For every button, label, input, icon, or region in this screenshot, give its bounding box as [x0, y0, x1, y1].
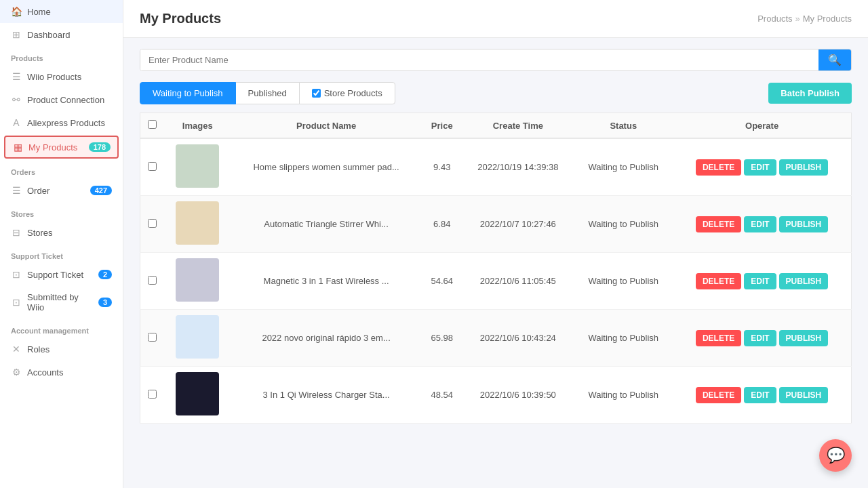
edit-button[interactable]: EDIT — [744, 216, 776, 232]
row-image-cell — [164, 138, 231, 196]
edit-button[interactable]: EDIT — [744, 273, 776, 289]
orders-section-label: Orders — [0, 160, 123, 179]
search-icon: 🔍 — [828, 54, 842, 66]
edit-button[interactable]: EDIT — [744, 387, 776, 403]
row-create-time: 2022/10/6 10:43:24 — [462, 310, 574, 367]
row-image-cell — [164, 196, 231, 253]
main-body: 🔍 Waiting to Publish Published Store Pro… — [123, 38, 868, 488]
col-status: Status — [574, 113, 673, 139]
table-row: 3 In 1 Qi Wireless Charger Sta...48.5420… — [140, 367, 852, 424]
sidebar-item-support-ticket[interactable]: ⊡ Support Ticket 2 — [0, 263, 123, 286]
row-create-time: 2022/10/6 11:05:45 — [462, 253, 574, 310]
chat-icon: 💬 — [827, 447, 845, 464]
row-checkbox-cell — [140, 310, 165, 367]
product-image — [176, 258, 219, 302]
row-checkbox[interactable] — [148, 276, 157, 285]
sidebar: 🏠 Home ⊞ Dashboard Products ☰ Wiio Produ… — [0, 0, 123, 488]
publish-button[interactable]: PUBLISH — [779, 387, 829, 403]
store-products-label: Store Products — [324, 88, 382, 98]
sidebar-item-wiio-products[interactable]: ☰ Wiio Products — [0, 65, 123, 88]
sidebar-item-my-products[interactable]: ▦ My Products 178 — [4, 136, 119, 159]
publish-button[interactable]: PUBLISH — [779, 330, 829, 346]
sidebar-item-order[interactable]: ☰ Order 427 — [0, 179, 123, 202]
row-status: Waiting to Publish — [574, 138, 673, 196]
col-images: Images — [164, 113, 231, 139]
sidebar-dashboard-label: Dashboard — [27, 30, 71, 40]
sidebar-product-connection-label: Product Connection — [27, 95, 104, 105]
row-status: Waiting to Publish — [574, 367, 673, 424]
edit-button[interactable]: EDIT — [744, 330, 776, 346]
delete-button[interactable]: DELETE — [696, 216, 741, 232]
row-checkbox-cell — [140, 138, 165, 196]
sidebar-item-accounts[interactable]: ⚙ Accounts — [0, 361, 123, 384]
my-products-icon: ▦ — [12, 142, 23, 152]
sidebar-support-ticket-label: Support Ticket — [27, 270, 83, 280]
sidebar-order-label: Order — [27, 186, 50, 196]
roles-icon: ✕ — [11, 344, 22, 354]
row-operate-cell: DELETEEDITPUBLISH — [673, 310, 851, 367]
col-price: Price — [422, 113, 462, 139]
delete-button[interactable]: DELETE — [696, 273, 741, 289]
dashboard-icon: ⊞ — [11, 29, 22, 40]
stores-section-label: Stores — [0, 202, 123, 221]
product-image — [176, 372, 219, 415]
row-create-time: 2022/10/6 10:39:50 — [462, 367, 574, 424]
sidebar-item-dashboard[interactable]: ⊞ Dashboard — [0, 23, 123, 46]
page-title: My Products — [140, 11, 221, 26]
row-price: 65.98 — [422, 310, 462, 367]
tab-store-products[interactable]: Store Products — [299, 82, 395, 104]
aliexpress-icon: A — [11, 117, 22, 128]
row-product-name: 2022 novo original rápido 3 em... — [231, 310, 422, 367]
product-connection-icon: ⚯ — [11, 94, 22, 105]
row-checkbox-cell — [140, 367, 165, 424]
delete-button[interactable]: DELETE — [696, 159, 741, 176]
delete-button[interactable]: DELETE — [696, 330, 741, 346]
main-content: My Products Products » My Products 🔍 Wai… — [123, 0, 868, 488]
row-checkbox[interactable] — [148, 390, 157, 399]
row-operate-cell: DELETEEDITPUBLISH — [673, 138, 851, 196]
sidebar-item-roles[interactable]: ✕ Roles — [0, 338, 123, 361]
batch-publish-button[interactable]: Batch Publish — [768, 83, 852, 104]
row-checkbox-cell — [140, 253, 165, 310]
row-checkbox[interactable] — [148, 162, 157, 171]
sidebar-item-product-connection[interactable]: ⚯ Product Connection — [0, 88, 123, 111]
sidebar-stores-label: Stores — [27, 228, 53, 238]
row-price: 54.64 — [422, 253, 462, 310]
row-price: 9.43 — [422, 138, 462, 196]
sidebar-aliexpress-label: Aliexpress Products — [27, 118, 105, 128]
sidebar-item-submitted[interactable]: ⊡ Submitted by Wiio 3 — [0, 286, 123, 319]
search-button[interactable]: 🔍 — [818, 49, 851, 70]
page-header: My Products Products » My Products — [123, 0, 868, 38]
publish-button[interactable]: PUBLISH — [779, 159, 829, 176]
breadcrumb-current: My Products — [803, 14, 852, 24]
row-image-cell — [164, 367, 231, 424]
row-product-name: Magnetic 3 in 1 Fast Wireless ... — [231, 253, 422, 310]
store-products-checkbox[interactable] — [312, 89, 321, 98]
sidebar-roles-label: Roles — [27, 344, 50, 354]
edit-button[interactable]: EDIT — [744, 159, 776, 176]
submitted-icon: ⊡ — [11, 297, 22, 308]
row-checkbox[interactable] — [148, 333, 157, 342]
delete-button[interactable]: DELETE — [696, 387, 741, 403]
tab-published[interactable]: Published — [235, 82, 300, 104]
select-all-checkbox[interactable] — [148, 120, 157, 129]
row-checkbox[interactable] — [148, 219, 157, 228]
sidebar-item-stores[interactable]: ⊟ Stores — [0, 221, 123, 244]
tab-waiting-publish[interactable]: Waiting to Publish — [140, 82, 236, 104]
products-section-label: Products — [0, 46, 123, 65]
sidebar-item-aliexpress-products[interactable]: A Aliexpress Products — [0, 111, 123, 134]
publish-button[interactable]: PUBLISH — [779, 273, 829, 289]
search-input[interactable] — [140, 49, 818, 70]
sidebar-item-home[interactable]: 🏠 Home — [0, 0, 123, 23]
support-section-label: Support Ticket — [0, 244, 123, 263]
row-status: Waiting to Publish — [574, 310, 673, 367]
search-bar: 🔍 — [140, 49, 852, 71]
row-status: Waiting to Publish — [574, 196, 673, 253]
row-checkbox-cell — [140, 196, 165, 253]
row-product-name: Automatic Triangle Stirrer Whi... — [231, 196, 422, 253]
publish-button[interactable]: PUBLISH — [779, 216, 829, 232]
chat-fab-button[interactable]: 💬 — [819, 439, 852, 472]
sidebar-accounts-label: Accounts — [27, 367, 63, 378]
submitted-badge: 3 — [98, 298, 112, 307]
row-price: 48.54 — [422, 367, 462, 424]
